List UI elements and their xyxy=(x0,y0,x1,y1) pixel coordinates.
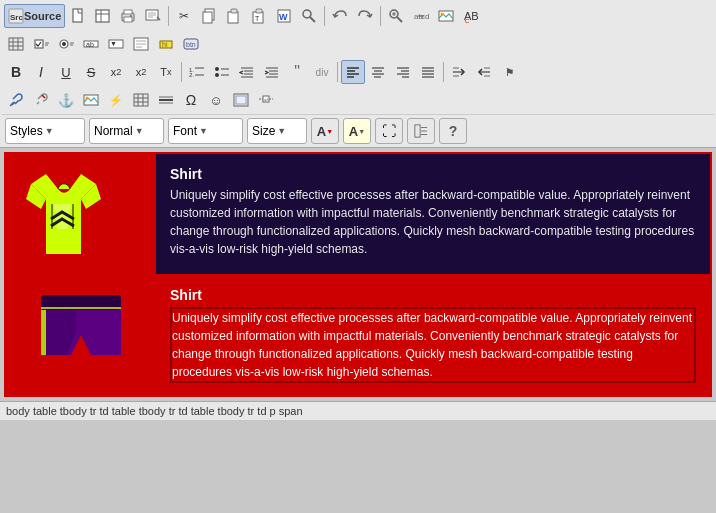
editor-row-2: Shirt Uniquely simplify cost effective p… xyxy=(6,275,710,395)
templates-button[interactable] xyxy=(91,4,115,28)
help-button[interactable]: ? xyxy=(439,118,467,144)
paste-button[interactable] xyxy=(222,4,246,28)
editor-outer: Shirt Uniquely simplify cost effective p… xyxy=(4,152,712,397)
redo-button[interactable] xyxy=(353,4,377,28)
image2-button[interactable] xyxy=(79,88,103,112)
link-button[interactable] xyxy=(4,88,28,112)
find-button[interactable] xyxy=(297,4,321,28)
bidi-ltr-button[interactable] xyxy=(447,60,471,84)
copy-button[interactable] xyxy=(197,4,221,28)
strikethrough-button[interactable]: S xyxy=(79,60,103,84)
paste-text-button[interactable]: T xyxy=(247,4,271,28)
editor-row-1: Shirt Uniquely simplify cost effective p… xyxy=(6,154,710,275)
svg-text:T: T xyxy=(255,15,260,22)
table-button[interactable] xyxy=(4,32,28,56)
superscript-button[interactable]: x2 xyxy=(129,60,153,84)
indent-button[interactable] xyxy=(260,60,284,84)
svg-point-23 xyxy=(303,10,311,18)
div-button[interactable]: div xyxy=(310,60,334,84)
radio-button[interactable] xyxy=(54,32,78,56)
font-select[interactable]: Font ▼ xyxy=(168,118,243,144)
svg-rect-115 xyxy=(415,125,420,137)
anchor-button[interactable]: ⚓ xyxy=(54,88,78,112)
editor-cell-text-1: Shirt Uniquely simplify cost effective p… xyxy=(156,154,710,274)
bold-button[interactable]: B xyxy=(4,60,28,84)
remove-format-button[interactable]: Tx xyxy=(154,60,178,84)
svg-line-26 xyxy=(397,17,402,22)
flash-button[interactable]: ⚡ xyxy=(104,88,128,112)
svg-rect-36 xyxy=(9,38,23,50)
ordered-list-button[interactable]: 1.2. xyxy=(185,60,209,84)
svg-text:▼: ▼ xyxy=(110,40,117,47)
svg-point-33 xyxy=(441,13,444,16)
separator-4 xyxy=(181,62,182,82)
svg-text:C: C xyxy=(465,18,470,24)
preview-button[interactable] xyxy=(141,4,165,28)
normal-label: Normal xyxy=(94,124,133,138)
show-blocks-button[interactable] xyxy=(407,118,435,144)
emoji-button[interactable]: ☺ xyxy=(204,88,228,112)
styles-label: Styles xyxy=(10,124,43,138)
input-button[interactable]: ab xyxy=(79,32,103,56)
font-arrow: ▼ xyxy=(199,126,208,136)
language-button[interactable]: ⚑ xyxy=(497,60,521,84)
iframe-button[interactable] xyxy=(229,88,253,112)
unlink-button[interactable] xyxy=(29,88,53,112)
align-left-button[interactable] xyxy=(341,60,365,84)
toolbar: Src Source ✂ xyxy=(0,0,716,148)
underline-button[interactable]: U xyxy=(54,60,78,84)
textarea-button[interactable] xyxy=(129,32,153,56)
bidi-rtl-button[interactable] xyxy=(472,60,496,84)
editor-cell-img-2 xyxy=(6,275,156,395)
special-char-button[interactable]: Ω xyxy=(179,88,203,112)
source-button[interactable]: Src Source xyxy=(4,4,65,28)
styles-select[interactable]: Styles ▼ xyxy=(5,118,85,144)
toolbar-row-1: Src Source ✂ xyxy=(2,2,714,30)
paste-word-button[interactable]: W xyxy=(272,4,296,28)
font-label: Font xyxy=(173,124,197,138)
print-button[interactable] xyxy=(116,4,140,28)
checkbox-button[interactable] xyxy=(29,32,53,56)
image-button[interactable] xyxy=(434,4,458,28)
editor-cell-text-2: Shirt Uniquely simplify cost effective p… xyxy=(156,275,710,395)
find2-button[interactable] xyxy=(384,4,408,28)
align-center-button[interactable] xyxy=(366,60,390,84)
replace-button[interactable]: abcd xyxy=(409,4,433,28)
hidden-button[interactable]: hi xyxy=(154,32,178,56)
size-label: Size xyxy=(252,124,275,138)
svg-text:2.: 2. xyxy=(189,72,194,78)
hr-button[interactable] xyxy=(154,88,178,112)
unordered-list-button[interactable] xyxy=(210,60,234,84)
separator-6 xyxy=(443,62,444,82)
table2-button[interactable] xyxy=(129,88,153,112)
select-button[interactable]: ▼ xyxy=(104,32,128,56)
outdent-button[interactable] xyxy=(235,60,259,84)
cut-button[interactable]: ✂ xyxy=(172,4,196,28)
align-justify-button[interactable] xyxy=(416,60,440,84)
toolbar-row-2: ab ▼ hi btn xyxy=(2,30,714,58)
align-right-button[interactable] xyxy=(391,60,415,84)
status-path: body table tbody tr td table tbody tr td… xyxy=(6,405,303,417)
size-arrow: ▼ xyxy=(277,126,286,136)
subscript-button[interactable]: x2 xyxy=(104,60,128,84)
svg-point-45 xyxy=(62,42,66,46)
toolbar-row-4: ⚓ ⚡ Ω ☺ ↵ xyxy=(2,86,714,114)
svg-line-24 xyxy=(310,17,315,22)
undo-button[interactable] xyxy=(328,4,352,28)
svg-point-100 xyxy=(86,97,89,100)
editor-container: Src Source ✂ xyxy=(0,0,716,420)
maximize-button[interactable]: ⛶ xyxy=(375,118,403,144)
size-select[interactable]: Size ▼ xyxy=(247,118,307,144)
new-doc-button[interactable] xyxy=(66,4,90,28)
normal-select[interactable]: Normal ▼ xyxy=(89,118,164,144)
spell-button[interactable]: ABC xyxy=(459,4,483,28)
pagebreak-button[interactable]: ↵ xyxy=(254,88,278,112)
svg-text:↵: ↵ xyxy=(264,97,269,103)
blockquote-button[interactable]: " xyxy=(285,60,309,84)
italic-button[interactable]: I xyxy=(29,60,53,84)
separator-3 xyxy=(380,6,381,26)
svg-text:btn: btn xyxy=(186,41,196,48)
font-bgcolor-button[interactable]: A▼ xyxy=(343,118,371,144)
font-color-button[interactable]: A▼ xyxy=(311,118,339,144)
imgbtn-button[interactable]: btn xyxy=(179,32,203,56)
